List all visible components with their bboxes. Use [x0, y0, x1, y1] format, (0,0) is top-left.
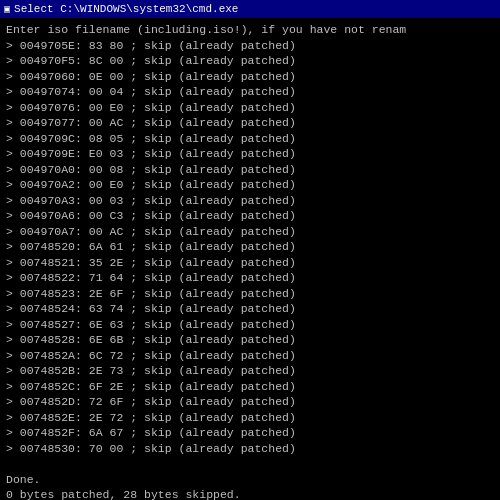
terminal-row: > 0049709E: E0 03 ; skip (already patche… [6, 146, 494, 162]
summary-line: Done. [6, 472, 494, 488]
terminal-row: > 00748528: 6E 6B ; skip (already patche… [6, 332, 494, 348]
terminal-row: > 0049709C: 08 05 ; skip (already patche… [6, 131, 494, 147]
output-rows: > 0049705E: 83 80 ; skip (already patche… [6, 38, 494, 457]
terminal-row: > 004970A3: 00 03 ; skip (already patche… [6, 193, 494, 209]
window-title: Select C:\WINDOWS\system32\cmd.exe [14, 3, 238, 15]
terminal-row: > 0074852E: 2E 72 ; skip (already patche… [6, 410, 494, 426]
title-bar: ▣ Select C:\WINDOWS\system32\cmd.exe [0, 0, 500, 18]
terminal-row: > 004970A7: 00 AC ; skip (already patche… [6, 224, 494, 240]
terminal-row: > 004970A2: 00 E0 ; skip (already patche… [6, 177, 494, 193]
terminal-row: > 004970A0: 00 08 ; skip (already patche… [6, 162, 494, 178]
terminal-row: > 004970A6: 00 C3 ; skip (already patche… [6, 208, 494, 224]
terminal-row: > 00748521: 35 2E ; skip (already patche… [6, 255, 494, 271]
terminal-row: > 0074852D: 72 6F ; skip (already patche… [6, 394, 494, 410]
terminal-row: > 00497074: 00 04 ; skip (already patche… [6, 84, 494, 100]
terminal-row: > 0074852F: 6A 67 ; skip (already patche… [6, 425, 494, 441]
terminal-row: > 00497077: 00 AC ; skip (already patche… [6, 115, 494, 131]
terminal-row: > 00748524: 63 74 ; skip (already patche… [6, 301, 494, 317]
terminal-row: > 00748522: 71 64 ; skip (already patche… [6, 270, 494, 286]
bytes-line: 0 bytes patched, 28 bytes skipped. [6, 487, 494, 500]
terminal-row: > 00748523: 2E 6F ; skip (already patche… [6, 286, 494, 302]
terminal-row: > 00748530: 70 00 ; skip (already patche… [6, 441, 494, 457]
terminal-row: > 004970F5: 8C 00 ; skip (already patche… [6, 53, 494, 69]
terminal-row: > 0049705E: 83 80 ; skip (already patche… [6, 38, 494, 54]
terminal-row: > 0074852A: 6C 72 ; skip (already patche… [6, 348, 494, 364]
terminal-row: > 00497076: 00 E0 ; skip (already patche… [6, 100, 494, 116]
terminal-row: > 00748520: 6A 61 ; skip (already patche… [6, 239, 494, 255]
intro-line: Enter iso filename (including.iso!), if … [6, 22, 494, 38]
terminal-window: Enter iso filename (including.iso!), if … [0, 18, 500, 500]
cmd-icon: ▣ [4, 3, 10, 15]
terminal-row: > 00748527: 6E 63 ; skip (already patche… [6, 317, 494, 333]
terminal-row: > 00497060: 0E 00 ; skip (already patche… [6, 69, 494, 85]
terminal-row: > 0074852C: 6F 2E ; skip (already patche… [6, 379, 494, 395]
done-line [6, 456, 494, 472]
terminal-row: > 0074852B: 2E 73 ; skip (already patche… [6, 363, 494, 379]
